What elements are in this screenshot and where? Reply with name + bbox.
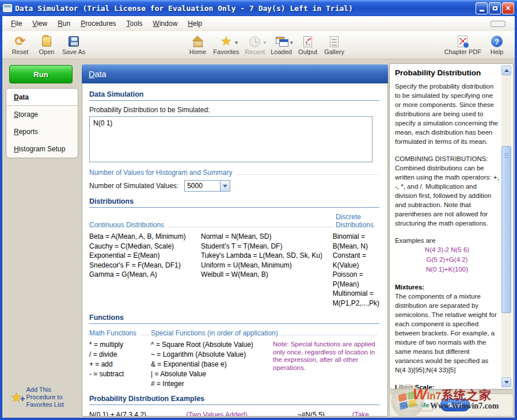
help-example: N(4 3)-2 N(5 6) (395, 245, 499, 255)
menu-bar: File View Run Procedures Tools Window He… (2, 16, 515, 31)
body-area: Run Data Storage Reports Histogram Setup… (2, 59, 515, 418)
special-functions-list: ^ = Square Root (Absolute Value) ~ = Log… (151, 340, 273, 389)
chapter-pdf-button[interactable]: Chapter PDF (442, 34, 484, 56)
help-scrollbar[interactable] (501, 66, 511, 387)
likert-header: Likert Scale: (395, 384, 499, 390)
dist-item: Weibull = W(Mean, B) (201, 270, 333, 280)
scrollbar-thumb[interactable] (501, 146, 511, 313)
dist-item: Binomial = B(Mean, N) (333, 232, 379, 251)
mixtures-header: Mixtures: (395, 284, 499, 291)
maximize-button[interactable] (489, 2, 501, 14)
bottom-action-bar: Guide Me Start (389, 394, 514, 417)
menu-tools[interactable]: Tools (121, 17, 148, 30)
add-to-favorites-link[interactable]: ★+ Add This Procedure to Favorites List (10, 386, 64, 408)
mixtures-example: N(4 3)[95];N(4 33)[5] (395, 365, 499, 375)
math-functions-list: * = multiply / = divide + = add - = subt… (89, 340, 151, 389)
example-expression: ~#N(5 5) (298, 410, 352, 417)
output-chart-icon (303, 36, 312, 47)
special-fn: ~ = Logarithm (Absolute Value) (151, 350, 273, 360)
reset-button[interactable]: ⟳ Reset (7, 34, 33, 56)
help-panel: Probability Distribution Specify the pro… (389, 63, 514, 417)
help-example: G(5 2)+G(4 2) (395, 255, 499, 265)
close-button[interactable]: ✕ (502, 2, 514, 14)
scroll-up-icon[interactable] (501, 66, 511, 75)
sidebar: Run Data Storage Reports Histogram Setup… (2, 59, 82, 418)
continuous-distributions-header: Continuous Distributions (89, 221, 164, 229)
special-functions-note: Note: Special functions are applied only… (273, 340, 379, 389)
menu-window[interactable]: Window (148, 17, 183, 30)
math-functions-header: Math Functions (89, 329, 136, 337)
dist-item: Snedecor's F = F(Mean, DF1) (89, 261, 201, 270)
distribution-label: Probability Distribution to be Simulated… (89, 106, 379, 114)
discrete-col: Binomial = B(Mean, N) Constant = K(Value… (333, 232, 379, 308)
favorites-star-icon: ★ (221, 36, 232, 47)
dist-item: Normal = N(Mean, SD) (201, 232, 333, 242)
home-icon (192, 36, 203, 47)
math-fn: + = add (89, 360, 151, 369)
combining-header: COMBINING DISTRIBUTIONS: (395, 154, 499, 163)
guide-me-button[interactable]: Guide Me (394, 399, 436, 411)
dist-item: Exponential = E(Mean) (89, 251, 201, 261)
section-title-data-simulation: Data Simulation (89, 90, 379, 101)
simulated-values-select[interactable]: 5000 (184, 180, 230, 192)
continuous-col1: Beta = A(Mean, A, B, Minimum) Cauchy = C… (89, 232, 201, 308)
section-functions: Functions Math Functions Special Functio… (89, 314, 379, 389)
open-button[interactable]: Open (33, 34, 60, 56)
mdi-restore-button[interactable] (491, 21, 505, 27)
help-content: Probability Distribution Specify the pro… (389, 63, 514, 390)
dist-item: Constant = K(Value) (333, 251, 379, 270)
star-plus-icon: ★+ (10, 391, 23, 404)
window-title: Data Simulator (Trial License for Evalua… (15, 4, 353, 13)
output-button[interactable]: Output (295, 34, 321, 56)
save-as-button[interactable]: Save As (60, 34, 88, 56)
menu-view[interactable]: View (27, 17, 52, 30)
reset-icon: ⟳ (15, 35, 25, 48)
scroll-down-icon[interactable] (501, 377, 511, 387)
help-title: Probability Distribution (395, 68, 499, 77)
home-button[interactable]: Home (184, 34, 211, 56)
sidebar-tab-storage[interactable]: Storage (6, 106, 78, 123)
app-window: Data Simulator (Trial License for Evalua… (0, 0, 517, 420)
sidebar-tabs: Data Storage Reports Histogram Setup (6, 88, 78, 158)
loaded-button[interactable]: ▾ Loaded (268, 34, 295, 56)
distribution-input[interactable]: N(0 1) (89, 116, 372, 162)
title-bar[interactable]: Data Simulator (Trial License for Evalua… (0, 0, 517, 16)
chevron-down-icon[interactable] (220, 181, 230, 191)
sidebar-tab-histogram-setup[interactable]: Histogram Setup (6, 140, 78, 158)
menu-file[interactable]: File (6, 17, 27, 30)
help-button[interactable]: ? Help (484, 34, 510, 56)
dist-item: Tukey's Lambda = L(Mean, SD, Sk, Ku) (201, 251, 333, 261)
dist-item: Uniform = U(Mean, Minimum) (201, 261, 333, 270)
menu-help[interactable]: Help (183, 17, 207, 30)
main-panel: Data Data Simulation Probability Distrib… (82, 64, 388, 417)
special-fn: # = Integer (151, 379, 273, 389)
math-fn: - = subtract (89, 369, 151, 379)
example-expression: N(0 1) + A(7 3 4 2) (89, 410, 186, 417)
dist-item: Student's T = T(Mean, DF) (201, 242, 333, 251)
menu-procedures[interactable]: Procedures (75, 17, 121, 30)
example-note: (Take Log and Convert to Integers) (352, 410, 379, 417)
start-button[interactable]: Start (440, 399, 470, 411)
favorites-button[interactable]: ★ ▾ Favorites (211, 34, 241, 56)
open-folder-icon (42, 36, 51, 47)
loaded-dropdown-icon[interactable]: ▾ (290, 40, 293, 45)
recent-button: ▾ Recent (242, 34, 268, 56)
special-fn: | = Absolute Value (151, 369, 273, 379)
dist-item: Beta = A(Mean, A, B, Minimum) (89, 232, 201, 242)
menu-run[interactable]: Run (52, 17, 75, 30)
math-fn: / = divide (89, 350, 151, 360)
mixtures-text: The components of a mixture distribution… (395, 292, 499, 365)
continuous-col2: Normal = N(Mean, SD) Student's T = T(Mea… (201, 232, 333, 308)
loaded-windows-icon (276, 37, 287, 46)
run-button[interactable]: Run (9, 65, 73, 83)
favorites-dropdown-icon[interactable]: ▾ (235, 40, 238, 45)
histogram-subheader: Number of Values for Histogram and Summa… (89, 169, 233, 177)
page-title: Data (82, 64, 388, 83)
sidebar-tab-data[interactable]: Data (6, 89, 78, 106)
recent-clock-icon (249, 36, 260, 47)
help-paragraph: Specify the probability distribution to … (395, 82, 499, 146)
gallery-button[interactable]: Gallery (321, 34, 348, 56)
dist-item: Cauchy = C(Median, Scale) (89, 242, 201, 251)
minimize-button[interactable] (476, 2, 488, 14)
sidebar-tab-reports[interactable]: Reports (6, 123, 78, 140)
